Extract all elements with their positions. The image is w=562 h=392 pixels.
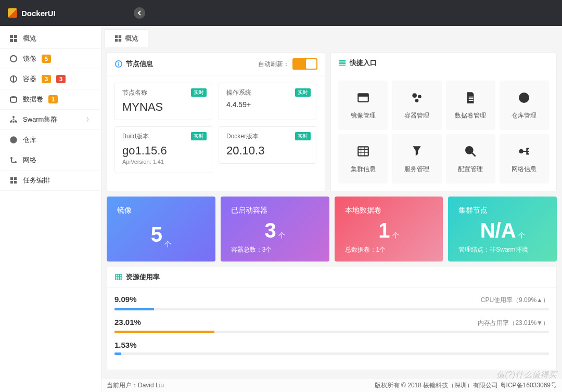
- progress-bar: [114, 352, 549, 355]
- shortcut-1[interactable]: 容器管理: [392, 81, 441, 130]
- svg-rect-20: [119, 35, 121, 38]
- usage-panel: 资源使用率 9.09%CPU使用率（9.09%▲） 23.01%内存占用率（23…: [107, 267, 557, 370]
- panel-title: 节点信息: [126, 59, 153, 69]
- shortcut-label: 仓库管理: [512, 111, 537, 120]
- menu-label: 任务编排: [23, 176, 50, 185]
- svg-rect-47: [116, 275, 122, 280]
- svg-rect-2: [10, 39, 13, 42]
- stat-title: 集群节点: [458, 206, 546, 215]
- usage-pct: 23.01%: [114, 318, 141, 326]
- info-value: 4.4.59+: [226, 100, 309, 109]
- stat-card-1[interactable]: 已启动容器 3个 容器总数：3个: [221, 197, 329, 262]
- svg-rect-34: [469, 96, 474, 97]
- stat-num: 5: [151, 223, 162, 246]
- sidebar-item-7[interactable]: 任务编排: [0, 171, 101, 191]
- menu-label: 数据卷: [23, 95, 43, 104]
- svg-point-25: [118, 62, 119, 63]
- stat-foot: 容器总数：3个: [231, 245, 319, 254]
- stat-card-0[interactable]: 镜像 5个: [107, 197, 215, 262]
- svg-point-6: [10, 96, 17, 98]
- sidebar-item-0[interactable]: 概览: [0, 29, 101, 49]
- stat-card-3[interactable]: 集群节点 N/A个 管理结点：非Swarm环境: [448, 197, 557, 262]
- stat-unit: 个: [392, 231, 399, 240]
- auto-refresh-label: 自动刷新：: [258, 60, 289, 69]
- info-card-1: 实时操作系统4.4.59+: [219, 83, 316, 120]
- shortcuts-panel: 快捷入口 镜像管理容器管理数据卷管理仓库管理集群信息服务管理配置管理网络信息: [330, 53, 557, 191]
- menu-icon: [9, 55, 18, 63]
- svg-rect-28: [339, 65, 346, 66]
- badge: 3: [42, 75, 51, 83]
- shortcut-label: 数据卷管理: [455, 111, 486, 120]
- info-value: 20.10.3: [226, 144, 309, 158]
- shortcut-6[interactable]: 配置管理: [446, 134, 495, 184]
- svg-rect-30: [358, 94, 368, 96]
- tab-overview[interactable]: 概览: [105, 29, 148, 47]
- stat-num: 1: [378, 219, 390, 242]
- logo-icon: [8, 8, 17, 18]
- shortcut-icon: [410, 91, 424, 106]
- svg-point-44: [466, 147, 472, 153]
- shortcut-label: 容器管理: [404, 111, 429, 120]
- panel-title: 资源使用率: [126, 272, 160, 282]
- logo[interactable]: DockerUI: [8, 8, 56, 18]
- sidebar-item-6[interactable]: 网络: [0, 150, 101, 171]
- shortcut-icon: [410, 145, 424, 160]
- svg-rect-24: [118, 63, 119, 66]
- svg-rect-22: [119, 39, 121, 42]
- menu-label: 镜像: [23, 54, 36, 63]
- shortcut-2[interactable]: 数据卷管理: [446, 81, 495, 130]
- sidebar-item-4[interactable]: Swarm集群 》: [0, 110, 101, 130]
- menu-icon: [9, 75, 18, 83]
- sidebar-item-2[interactable]: 容器 3 3: [0, 69, 101, 89]
- svg-point-12: [12, 139, 15, 141]
- svg-point-9: [12, 121, 15, 123]
- windows-icon: [114, 35, 122, 42]
- stat-num: N/A: [480, 219, 516, 242]
- shortcut-label: 集群信息: [351, 165, 376, 174]
- shortcut-4[interactable]: 集群信息: [338, 134, 388, 184]
- chevron-down-icon: 》: [86, 116, 92, 123]
- menu-icon: [9, 34, 18, 43]
- badge: 3: [56, 75, 66, 83]
- badge: 1: [48, 95, 58, 103]
- grid-icon: [338, 59, 347, 67]
- svg-rect-27: [339, 62, 346, 64]
- shortcut-label: 服务管理: [404, 165, 429, 174]
- stat-unit: 个: [164, 240, 171, 249]
- shortcut-5[interactable]: 服务管理: [392, 134, 441, 184]
- usage-label: 内存占用率（23.01%▼）: [478, 319, 549, 328]
- sidebar-item-3[interactable]: 数据卷 1: [0, 89, 101, 110]
- svg-point-10: [15, 121, 17, 123]
- shortcut-label: 网络信息: [512, 165, 537, 174]
- svg-rect-3: [14, 39, 17, 42]
- menu-icon: [9, 136, 18, 144]
- shortcut-7[interactable]: 网络信息: [500, 134, 549, 184]
- stat-title: 已启动容器: [231, 206, 319, 215]
- svg-rect-15: [10, 177, 13, 180]
- sidebar-collapse-button[interactable]: [134, 7, 145, 19]
- stat-foot: 总数据卷：1个: [345, 245, 433, 254]
- info-card-0: 实时节点名称MYNAS: [114, 83, 212, 120]
- usage-pct: 9.09%: [114, 295, 137, 304]
- shortcut-0[interactable]: 镜像管理: [338, 81, 388, 130]
- usage-label: CPU使用率（9.09%▲）: [481, 296, 549, 305]
- footer: 当前用户：David Liu 版权所有 © 2018 棱镜科技（深圳）有限公司 …: [101, 379, 562, 392]
- svg-point-8: [10, 121, 12, 123]
- footer-copyright: 版权所有 © 2018 棱镜科技（深圳）有限公司 粤ICP备16033069号: [375, 381, 557, 390]
- svg-rect-39: [358, 147, 368, 155]
- stat-title: 本地数据卷: [345, 206, 433, 215]
- svg-rect-21: [115, 39, 118, 42]
- auto-refresh-toggle[interactable]: [292, 58, 317, 70]
- svg-point-7: [12, 116, 15, 118]
- info-value: go1.15.6: [122, 144, 205, 158]
- shortcut-3[interactable]: 仓库管理: [500, 81, 549, 130]
- sidebar-item-5[interactable]: 仓库: [0, 130, 101, 150]
- sidebar-item-1[interactable]: 镜像 5: [0, 49, 101, 69]
- info-card-3: 实时Build版本go1.15.6ApiVersion: 1.41: [114, 126, 212, 173]
- info-card-2: 实时Docker版本20.10.3: [219, 126, 316, 164]
- usage-pct: 1.53%: [114, 341, 137, 349]
- progress-bar: [114, 308, 549, 310]
- stat-card-2[interactable]: 本地数据卷 1个 总数据卷：1个: [335, 197, 443, 262]
- sidebar: 概览 镜像 5容器 3 3数据卷 1Swarm集群 》仓库 网络 任务编排: [0, 26, 101, 392]
- realtime-badge: 实时: [191, 132, 207, 140]
